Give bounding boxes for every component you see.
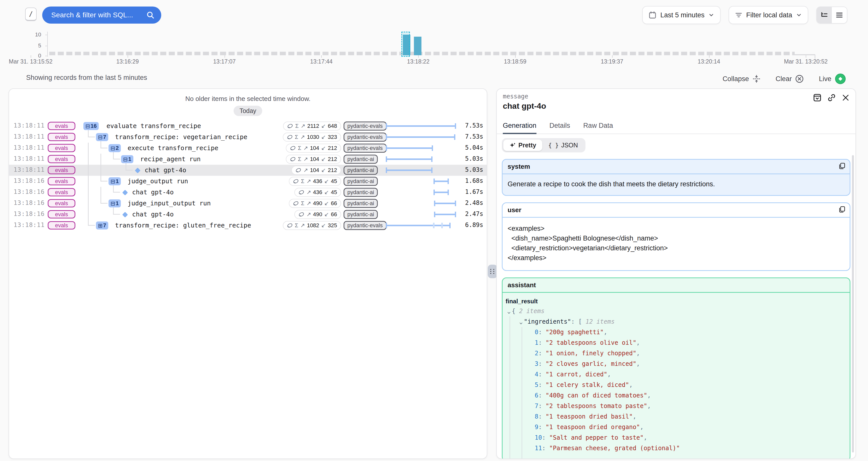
library-badge: pydantic-evals <box>344 122 386 130</box>
child-count: 1 <box>128 156 131 162</box>
json-array-item: 2: "1 onion, finely chopped", <box>502 348 850 359</box>
trace-row[interactable]: 13:18:16evalschat gpt-4o↗490↙66pydantic-… <box>9 209 487 220</box>
duration-text: 2.48s <box>465 199 483 206</box>
panel-resize-handle[interactable] <box>488 265 497 278</box>
evals-badge[interactable]: evals <box>48 133 75 141</box>
time-range-label: Last 5 minutes <box>660 11 705 19</box>
evals-badge[interactable]: evals <box>48 144 75 152</box>
today-pill[interactable]: Today <box>234 106 262 116</box>
duration-bar <box>386 158 433 160</box>
trace-row[interactable]: 13:18:16evals⊟1judge_output runΣ↗436↙45p… <box>9 176 487 187</box>
library-badge: pydantic-ai <box>344 210 378 219</box>
trace-row[interactable]: 13:18:11evals⊟2execute transform_recipeΣ… <box>9 143 487 154</box>
span-name: judge_output run <box>128 178 188 185</box>
trace-row-time: 13:18:11 <box>13 155 44 162</box>
expander-badge[interactable]: ⊟2 <box>108 144 121 152</box>
x-axis-tick <box>709 55 710 58</box>
status-row: Showing records from the last 5 minutes … <box>0 72 868 85</box>
collapse-button[interactable]: Collapse <box>722 75 761 83</box>
detail-scrollbar-thumb[interactable] <box>852 155 854 453</box>
dock-panel-icon[interactable] <box>813 94 821 102</box>
expander-badge[interactable]: ⊟1 <box>108 199 121 207</box>
expander-badge[interactable]: ⊞7 <box>96 221 108 229</box>
json-ingredients-line[interactable]: ⌄"ingredients": [ 12 items <box>502 316 850 327</box>
trace-row-time: 13:18:11 <box>13 122 44 129</box>
histogram-bar[interactable] <box>414 37 422 55</box>
collapse-icon: ⊟ <box>111 201 115 207</box>
json-string-value: "1 teaspoon dried oregano" <box>546 424 640 431</box>
copy-icon[interactable] <box>839 206 845 213</box>
output-tokens-arrow-icon: ↙ <box>324 178 329 185</box>
filter-local-data-dropdown[interactable]: Filter local data <box>728 6 808 24</box>
duration-text: 7.53s <box>465 122 483 129</box>
tab-raw-data[interactable]: Raw Data <box>583 122 613 133</box>
list-view-button[interactable] <box>832 7 847 23</box>
output-tokens-arrow-icon: ↙ <box>324 189 329 195</box>
evals-badge[interactable]: evals <box>48 177 75 185</box>
timeline-histogram[interactable]: 10 5 0 Mar 31. 13:15:5213:16:2913:17:071… <box>0 28 868 68</box>
trace-row[interactable]: 13:18:11evals⊟7transform_recipe: vegetar… <box>9 131 487 143</box>
tree-view-button[interactable] <box>817 7 832 23</box>
expander-badge[interactable]: ⊟7 <box>96 133 108 141</box>
tab-details[interactable]: Details <box>550 122 570 133</box>
search-icon <box>147 11 154 19</box>
evals-badge[interactable]: evals <box>48 210 75 218</box>
duration-bar <box>434 192 448 193</box>
trace-row[interactable]: 13:18:11evals⊞7transform_recipe: gluten_… <box>9 220 487 231</box>
trace-row[interactable]: 13:18:16evalschat gpt-4o↗436↙45pydantic-… <box>9 187 487 198</box>
top-bar: / Search & filter with SQL... Last 5 min… <box>0 0 868 30</box>
output-tokens: 323 <box>328 134 337 141</box>
json-string-value: "400g can of diced tomatoes" <box>546 392 647 399</box>
x-axis-tick <box>515 55 516 58</box>
search-input[interactable]: Search & filter with SQL... <box>42 6 161 24</box>
child-count: 16 <box>90 123 96 129</box>
user-role-label: user <box>507 206 521 214</box>
copy-link-icon[interactable] <box>827 93 836 102</box>
span-leaf-icon <box>135 168 141 174</box>
pretty-view-button[interactable]: Pretty <box>503 140 542 151</box>
evals-badge[interactable]: evals <box>48 166 75 174</box>
input-tokens: 2112 <box>307 123 319 129</box>
json-view-button[interactable]: { }JSON <box>542 140 584 151</box>
input-tokens: 104 <box>310 167 319 174</box>
collapse-icon: ⊟ <box>111 145 115 151</box>
json-root-line[interactable]: ⌄{ 2 items <box>502 306 850 316</box>
expander-badge[interactable]: ⊟16 <box>83 122 99 130</box>
live-toggle[interactable]: Live <box>819 73 846 84</box>
trace-row[interactable]: 13:18:16evals⊟1judge_input_output runΣ↗4… <box>9 198 487 209</box>
json-string-value: "1 teaspoon dried basil" <box>546 413 633 420</box>
y-axis-tick <box>45 56 47 56</box>
expander-badge[interactable]: ⊟1 <box>108 177 121 185</box>
expander-badge[interactable]: ⊟1 <box>121 155 133 163</box>
coin-icon <box>299 189 304 195</box>
clear-label: Clear <box>776 75 792 83</box>
evals-badge[interactable]: evals <box>48 221 75 229</box>
trace-row-time: 13:18:11 <box>13 144 44 151</box>
trace-row[interactable]: 13:18:11evalschat gpt-4o↗104↙212pydantic… <box>9 165 487 176</box>
trace-row[interactable]: 13:18:11evals⊟1recipe_agent runΣ↗104↙212… <box>9 154 487 165</box>
close-icon[interactable] <box>842 94 849 101</box>
json-item-count: 2 items <box>519 308 545 315</box>
evals-badge[interactable]: evals <box>48 188 75 196</box>
sigma-icon: Σ <box>295 222 299 229</box>
duration-gantt <box>386 198 456 209</box>
clear-button[interactable]: Clear <box>776 74 804 83</box>
time-range-dropdown[interactable]: Last 5 minutes <box>642 6 720 24</box>
filter-local-label: Filter local data <box>746 11 792 19</box>
sigma-icon: Σ <box>295 134 299 141</box>
library-badge: pydantic-evals <box>344 144 386 153</box>
evals-badge[interactable]: evals <box>48 155 75 163</box>
json-index: 1 <box>535 339 538 346</box>
copy-icon[interactable] <box>839 163 845 169</box>
tab-generation[interactable]: Generation <box>503 122 536 133</box>
input-tokens-arrow-icon: ↗ <box>303 156 308 162</box>
duration-gantt <box>386 143 456 154</box>
evals-badge[interactable]: evals <box>48 122 75 130</box>
chevron-down-icon: ⌄ <box>519 317 523 328</box>
evals-badge[interactable]: evals <box>48 199 75 207</box>
input-tokens-arrow-icon: ↗ <box>303 145 308 151</box>
slash-shortcut-key: / <box>25 7 37 21</box>
token-usage-pill: Σ↗104↙212 <box>286 155 341 164</box>
trace-row[interactable]: 13:18:11evals⊟16evaluate transform_recip… <box>9 121 487 131</box>
tree-connector <box>100 148 107 148</box>
